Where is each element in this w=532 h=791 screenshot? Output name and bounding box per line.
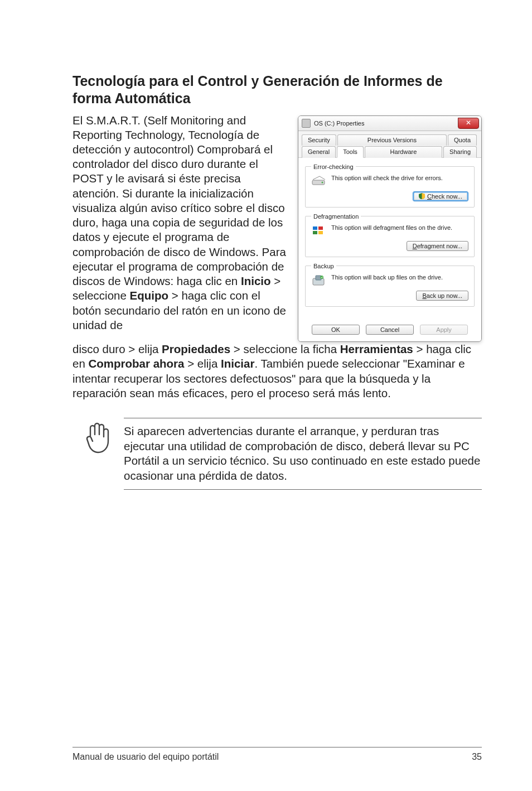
tab-quota[interactable]: Quota: [448, 134, 477, 146]
ok-button[interactable]: OK: [312, 325, 360, 335]
svg-rect-3: [318, 226, 323, 230]
apply-button[interactable]: Apply: [420, 325, 468, 335]
check-now-button[interactable]: Check now...: [413, 191, 468, 201]
tab-sharing[interactable]: Sharing: [443, 146, 477, 158]
svg-rect-5: [318, 231, 323, 234]
tab-tools[interactable]: Tools: [337, 146, 364, 158]
backup-label: ack up now...: [427, 292, 462, 299]
footer-page-number: 35: [472, 752, 482, 762]
legend-backup: Backup: [311, 263, 336, 269]
body-text-column: El S.M.A.R.T. (Self Monitoring and Repor…: [72, 113, 288, 342]
properties-dialog: OS (C:) Properties ✕ Security Previous V…: [298, 115, 482, 342]
kw-comprobar: Comprobar ahora: [89, 357, 185, 370]
kw-equipo: Equipo: [130, 289, 168, 302]
dialog-title: OS (C:) Properties: [314, 120, 364, 127]
backup-now-button[interactable]: Back up now...: [416, 291, 468, 301]
group-error-checking: Error-checking This option will check th…: [305, 163, 475, 208]
page-footer: Manual de usuario del equipo portátil 35: [72, 747, 482, 762]
group-backup: Backup This option will back up files on…: [305, 263, 475, 307]
note-text: Si aparecen advertencias durante el arra…: [124, 418, 482, 490]
tab-general[interactable]: General: [302, 146, 336, 158]
svg-point-1: [322, 181, 323, 183]
dialog-button-row: OK Cancel Apply: [298, 319, 481, 341]
group-defragmentation: Defragmentation This option will defragm…: [305, 213, 475, 257]
body-p1: El S.M.A.R.T. (Self Monitoring and Repor…: [72, 114, 286, 288]
defrag-icon: [311, 224, 327, 238]
tab-security[interactable]: Security: [302, 134, 336, 146]
svg-rect-2: [313, 226, 317, 230]
check-now-label: heck now...: [432, 193, 462, 200]
note-box: Si aparecen advertencias durante el arra…: [72, 418, 482, 490]
p2d: > elija: [185, 357, 221, 370]
legend-defragmentation: Defragmentation: [311, 213, 361, 220]
drive-check-icon: [311, 175, 327, 188]
dialog-titlebar[interactable]: OS (C:) Properties ✕: [298, 116, 481, 131]
section-heading: Tecnología para el Control y Generación …: [72, 73, 482, 108]
desc-backup: This option will back up files on the dr…: [331, 274, 443, 281]
defragment-now-button[interactable]: Defragment now...: [407, 241, 468, 251]
svg-point-8: [320, 276, 323, 279]
p2a: disco duro > elija: [72, 343, 162, 355]
body-text-lower: disco duro > elija Propiedades > selecci…: [72, 342, 482, 402]
footer-left: Manual de usuario del equipo portátil: [72, 752, 219, 762]
kw-inicio: Inicio: [241, 274, 271, 287]
tab-previous-versions[interactable]: Previous Versions: [337, 134, 447, 146]
backup-icon: [311, 274, 327, 287]
close-icon: ✕: [466, 119, 471, 127]
tab-hardware[interactable]: Hardware: [365, 146, 442, 158]
kw-propiedades: Propiedades: [162, 343, 230, 355]
desc-error-checking: This option will check the drive for err…: [331, 175, 443, 182]
kw-herramientas: Herramientas: [340, 343, 413, 355]
check-now-mnemonic: C: [427, 193, 432, 200]
legend-error-checking: Error-checking: [311, 163, 356, 170]
cancel-button[interactable]: Cancel: [366, 325, 414, 335]
close-button[interactable]: ✕: [458, 118, 479, 129]
backup-mnemonic: B: [422, 292, 426, 299]
drive-icon: [302, 119, 311, 128]
kw-iniciar: Iniciar: [221, 357, 254, 370]
svg-rect-4: [313, 231, 317, 234]
shield-icon: [419, 193, 425, 199]
hand-icon: [83, 418, 112, 456]
defragment-mnemonic: D: [413, 243, 417, 249]
p2b: > seleccione la ficha: [230, 343, 340, 355]
defragment-label: efragment now...: [417, 243, 462, 249]
tab-strip: Security Previous Versions Quota General…: [298, 131, 481, 158]
desc-defragmentation: This option will defragment files on the…: [331, 224, 452, 231]
